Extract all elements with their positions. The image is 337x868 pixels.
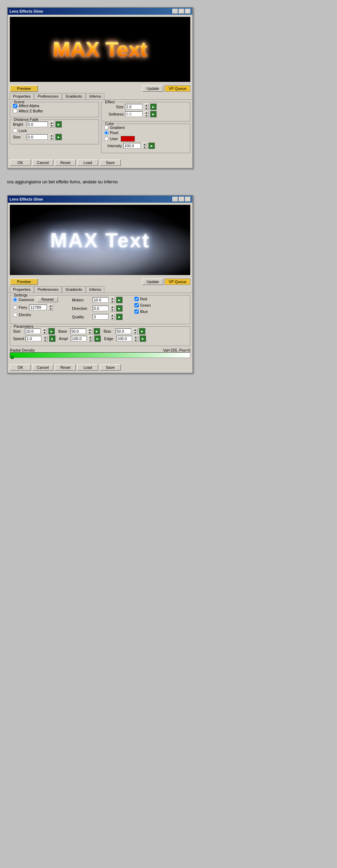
preview-button-1[interactable]: Preview [10, 85, 38, 92]
intensity-spinner[interactable]: ▲ ▼ [142, 143, 147, 149]
gradient-handle[interactable] [11, 356, 14, 359]
intensity-arrow[interactable]: ▶ [148, 143, 155, 149]
ampl-spinner[interactable]: ▲ ▼ [88, 335, 93, 342]
cancel-button-1[interactable]: Cancel [32, 159, 53, 166]
size-p-arrow[interactable]: ▶ [48, 328, 55, 334]
softness-down[interactable]: ▼ [144, 114, 149, 117]
tab-preferences-1[interactable]: Preferences [34, 93, 61, 99]
fiery-radio[interactable] [13, 305, 17, 309]
direction-arrow[interactable]: ▶ [116, 305, 123, 312]
edge-spinner[interactable]: ▲ ▼ [133, 335, 138, 342]
intensity-input[interactable] [123, 143, 141, 149]
seed-down[interactable]: ▼ [48, 307, 53, 311]
minimize-btn-2[interactable]: _ [172, 197, 178, 202]
tab-gradients-1[interactable]: Gradients [62, 93, 85, 99]
cancel-button-2[interactable]: Cancel [32, 364, 53, 371]
quality-up[interactable]: ▲ [110, 314, 115, 317]
maximize-btn-2[interactable]: □ [179, 197, 184, 202]
reset-button-2[interactable]: Reset [55, 364, 76, 371]
motion-arrow[interactable]: ▶ [116, 297, 123, 303]
softness-input[interactable] [125, 111, 143, 117]
seed-spinner[interactable]: ▲ ▼ [48, 304, 53, 311]
size-p-spinner[interactable]: ▲ ▼ [42, 328, 47, 334]
size-p-input[interactable] [25, 328, 41, 334]
size-eff-down[interactable]: ▼ [144, 107, 149, 110]
quality-down[interactable]: ▼ [110, 317, 115, 320]
ampl-input[interactable] [71, 336, 87, 341]
tab-properties-2[interactable]: Properties [10, 286, 34, 293]
bright-spinner[interactable]: ▲ ▼ [49, 121, 54, 128]
size-up[interactable]: ▲ [49, 134, 54, 137]
red-checkbox[interactable] [134, 297, 139, 301]
edge-arrow[interactable]: ▶ [140, 335, 146, 342]
direction-down[interactable]: ▼ [110, 308, 115, 312]
motion-spinner[interactable]: ▲ ▼ [110, 297, 115, 303]
gradient-radio[interactable] [104, 125, 108, 130]
speed-input[interactable] [26, 336, 41, 341]
size-spinner[interactable]: ▲ ▼ [49, 134, 54, 140]
quality-input[interactable] [93, 314, 108, 320]
lock-checkbox[interactable] [13, 129, 17, 133]
close-btn-1[interactable]: × [185, 9, 191, 14]
base-input[interactable] [70, 328, 86, 334]
vpqueue-button-2[interactable]: VP Queue [165, 279, 190, 285]
size-eff-input[interactable] [125, 104, 143, 110]
save-button-2[interactable]: Save [100, 364, 121, 371]
intensity-up[interactable]: ▲ [142, 143, 147, 146]
maximize-btn-1[interactable]: □ [179, 9, 184, 14]
preview-button-2[interactable]: Preview [10, 279, 38, 285]
direction-up[interactable]: ▲ [110, 305, 115, 308]
load-button-1[interactable]: Load [77, 159, 98, 166]
gaseous-radio[interactable] [13, 298, 17, 302]
pixel-radio[interactable] [104, 131, 108, 135]
size-down[interactable]: ▼ [49, 137, 54, 140]
base-spinner[interactable]: ▲ ▼ [87, 328, 92, 334]
base-arrow[interactable]: ▶ [94, 328, 100, 334]
minimize-btn-1[interactable]: _ [172, 9, 178, 14]
seed-up[interactable]: ▲ [48, 304, 53, 307]
ampl-arrow[interactable]: ▶ [94, 335, 101, 342]
bright-input[interactable] [27, 122, 48, 127]
ok-button-2[interactable]: OK [10, 364, 31, 371]
radial-density-bar[interactable] [10, 352, 190, 358]
direction-input[interactable] [93, 306, 108, 311]
bright-up[interactable]: ▲ [49, 121, 54, 124]
softness-up[interactable]: ▲ [144, 111, 149, 114]
tab-inferno-1[interactable]: Inferno [86, 93, 104, 99]
quality-arrow[interactable]: ▶ [116, 314, 123, 320]
tab-gradients-2[interactable]: Gradients [62, 286, 85, 293]
vpqueue-button-1[interactable]: VP Queue [165, 85, 190, 92]
speed-spinner[interactable]: ▲ ▼ [43, 335, 48, 342]
size-arrow[interactable]: ▶ [55, 134, 62, 140]
reseed-button[interactable]: Reseed [37, 297, 58, 302]
motion-down[interactable]: ▼ [110, 300, 115, 303]
size-eff-spinner[interactable]: ▲ ▼ [144, 104, 149, 110]
bright-down[interactable]: ▼ [49, 124, 54, 128]
speed-arrow[interactable]: ▶ [49, 335, 55, 342]
reset-button-1[interactable]: Reset [55, 159, 76, 166]
tab-properties-1[interactable]: Properties [10, 93, 34, 99]
user-radio[interactable] [104, 137, 108, 141]
tab-preferences-2[interactable]: Preferences [34, 286, 61, 293]
electric-radio[interactable] [13, 313, 17, 317]
motion-up[interactable]: ▲ [110, 297, 115, 300]
edge-input[interactable] [116, 336, 132, 341]
update-button-1[interactable]: Update [142, 85, 163, 92]
quality-spinner[interactable]: ▲ ▼ [110, 314, 115, 320]
size-input[interactable] [27, 134, 48, 140]
blue-checkbox[interactable] [134, 309, 139, 314]
bias-spinner[interactable]: ▲ ▼ [133, 328, 138, 334]
seed-input[interactable] [29, 305, 47, 310]
tab-inferno-2[interactable]: Inferno [86, 286, 104, 293]
bias-arrow[interactable]: ▶ [139, 328, 145, 334]
size-eff-up[interactable]: ▲ [144, 104, 149, 107]
bright-arrow[interactable]: ▶ [55, 121, 62, 128]
affect-alpha-checkbox[interactable] [13, 104, 17, 108]
bias-input[interactable] [115, 328, 131, 334]
ok-button-1[interactable]: OK [10, 159, 31, 166]
direction-spinner[interactable]: ▲ ▼ [110, 305, 115, 312]
motion-input[interactable] [93, 297, 108, 303]
affect-z-checkbox[interactable] [13, 109, 17, 113]
softness-spinner[interactable]: ▲ ▼ [144, 111, 149, 117]
save-button-1[interactable]: Save [100, 159, 121, 166]
